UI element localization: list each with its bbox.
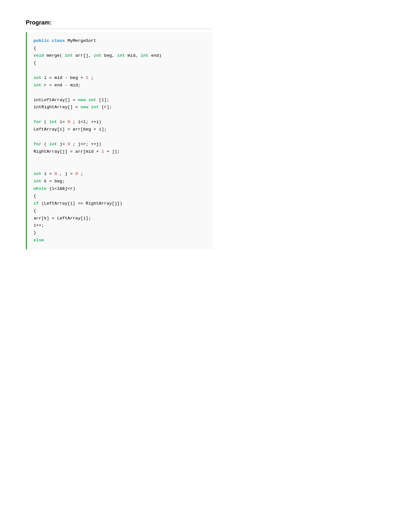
code-line-1: public class MyMergeSort bbox=[34, 37, 206, 45]
keyword-int-new1: int bbox=[88, 98, 96, 102]
code-line-20: i++; bbox=[34, 222, 206, 229]
keyword-new-1: new bbox=[78, 98, 86, 102]
keyword-if: if bbox=[34, 201, 39, 206]
code-line-blank6 bbox=[34, 163, 206, 170]
code-line-16: { bbox=[34, 193, 206, 200]
keyword-int-r: int bbox=[34, 83, 41, 88]
keyword-int-arr: int bbox=[65, 53, 73, 58]
keyword-else: else bbox=[34, 238, 44, 243]
code-line-2: { bbox=[34, 45, 206, 52]
code-line-blank2 bbox=[34, 89, 206, 97]
keyword-int-l: int bbox=[34, 75, 41, 80]
code-line-6: int r = end - mid; bbox=[34, 82, 206, 89]
keyword-int-beg: int bbox=[93, 53, 101, 58]
code-line-10: LeftArray[i] = arr[beg + i]; bbox=[34, 126, 206, 133]
code-line-blank4 bbox=[34, 133, 206, 141]
keyword-new-2: new bbox=[81, 105, 88, 110]
code-line-11: for ( int j= 0 ; j<r; ++j) bbox=[34, 141, 206, 148]
keyword-int-for1: int bbox=[49, 120, 57, 124]
code-line-blank1 bbox=[34, 67, 206, 74]
classname-text: MyMergeSort bbox=[67, 38, 96, 43]
code-line-12: RightArray[j] = arr[mid + 1 + j]; bbox=[34, 148, 206, 156]
code-line-9: for ( int i= 0 ; i<l; ++i) bbox=[34, 119, 206, 126]
program-section: Program: public class MyMergeSort { void… bbox=[26, 19, 385, 249]
code-line-8: intRightArray[] = new int [r]; bbox=[34, 104, 206, 111]
keyword-int-for2: int bbox=[49, 142, 57, 147]
keyword-void: void bbox=[34, 53, 44, 58]
keyword-int-ij: int bbox=[34, 171, 41, 176]
code-line-3: void merge( int arr[], int beg, int mid,… bbox=[34, 52, 206, 60]
code-line-22: else bbox=[34, 237, 206, 244]
section-divider bbox=[26, 29, 213, 29]
code-line-blank5 bbox=[34, 156, 206, 163]
code-line-blank3 bbox=[34, 111, 206, 119]
code-line-21: } bbox=[34, 229, 206, 237]
keyword-int-k: int bbox=[34, 179, 41, 184]
keyword-int-end: int bbox=[141, 53, 148, 58]
code-line-18: { bbox=[34, 208, 206, 215]
keyword-int-mid: int bbox=[117, 53, 125, 58]
keyword-while: while bbox=[34, 186, 47, 191]
keyword-int-new2: int bbox=[91, 105, 99, 110]
program-heading: Program: bbox=[26, 19, 385, 26]
code-line-4: { bbox=[34, 60, 206, 67]
code-line-17: if (LeftArray[i] <= RightArray[j]) bbox=[34, 200, 206, 208]
keyword-for-2: for bbox=[34, 142, 41, 147]
keyword-for-1: for bbox=[34, 120, 41, 124]
code-line-13: int i = 0 , j = 0 ; bbox=[34, 170, 206, 178]
code-line-15: while (i<l&&j<r) bbox=[34, 185, 206, 193]
keyword-public: public bbox=[34, 38, 49, 43]
code-line-14: int k = beg; bbox=[34, 178, 206, 185]
code-line-19: arr[k] = LeftArray[i]; bbox=[34, 215, 206, 222]
code-line-5: int l = mid - beg + 1 ; bbox=[34, 74, 206, 82]
keyword-class: class bbox=[52, 38, 65, 43]
code-block: public class MyMergeSort { void merge( i… bbox=[26, 32, 213, 249]
code-line-7: intLeftArray[] = new int [l]; bbox=[34, 97, 206, 104]
